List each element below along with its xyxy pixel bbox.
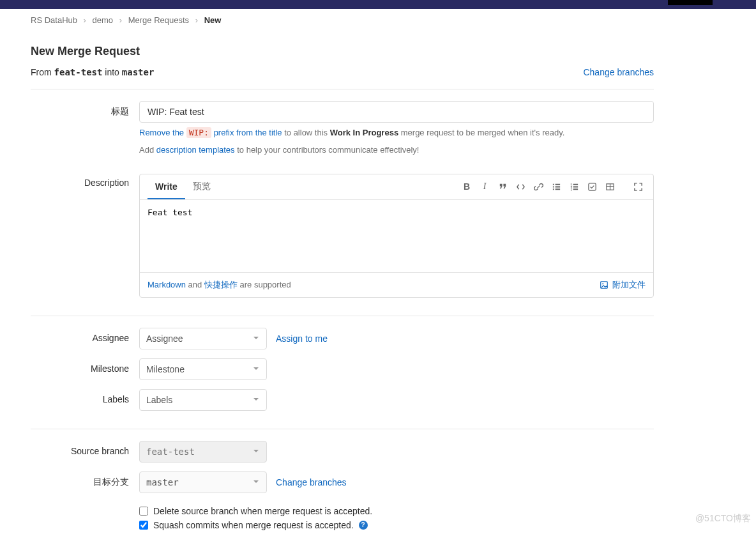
topbar <box>0 0 756 9</box>
link-icon[interactable] <box>531 179 546 194</box>
svg-point-3 <box>602 283 603 284</box>
wip-pre: Remove the <box>139 128 186 137</box>
wip-code: WIP: <box>186 127 211 138</box>
chevron-down-icon <box>252 333 260 344</box>
breadcrumb-item-0[interactable]: RS DataHub <box>31 15 77 25</box>
chevron-down-icon <box>252 395 260 405</box>
numbered-list-icon[interactable] <box>566 179 582 194</box>
divider <box>31 316 654 316</box>
assign-to-me-link[interactable]: Assign to me <box>276 333 328 344</box>
labels-placeholder: Labels <box>146 395 172 405</box>
source-branch-name: feat-test <box>54 67 103 77</box>
branch-summary: From feat-test into master <box>31 67 154 77</box>
chevron-down-icon <box>252 364 260 374</box>
target-branch-value: master <box>146 477 179 487</box>
table-icon[interactable] <box>602 179 617 194</box>
topbar-badge <box>668 0 713 5</box>
tab-write[interactable]: Write <box>147 175 185 199</box>
delete-source-label: Delete source branch when merge request … <box>153 506 372 516</box>
templates-hint: Add description templates to help your c… <box>139 144 654 157</box>
milestone-label: Milestone <box>31 358 139 374</box>
tmpl-post: to help your contributors communicate ef… <box>235 145 420 155</box>
change-branches-link-2[interactable]: Change branches <box>276 477 347 487</box>
and-text: and <box>186 280 204 289</box>
description-label: Description <box>31 172 139 188</box>
description-textarea[interactable] <box>140 200 653 270</box>
attach-label: 附加文件 <box>612 279 646 291</box>
labels-label: Labels <box>31 389 139 404</box>
shortcut-link[interactable]: 快捷操作 <box>204 280 238 289</box>
image-icon <box>600 280 609 289</box>
divider <box>31 429 654 429</box>
breadcrumb-item-2[interactable]: Merge Requests <box>128 15 189 25</box>
watermark: @51CTO博客 <box>695 513 751 525</box>
breadcrumb: RS DataHub › demo › Merge Requests › New <box>31 9 654 31</box>
bold-icon[interactable]: B <box>459 179 474 194</box>
fullscreen-icon[interactable] <box>630 179 646 194</box>
quote-icon[interactable] <box>495 179 510 194</box>
assignee-select[interactable]: Assignee <box>139 328 267 349</box>
task-list-icon[interactable] <box>584 179 600 194</box>
assignee-placeholder: Assignee <box>146 333 183 344</box>
wip-mid: prefix from the title <box>211 128 282 137</box>
tmpl-pre: Add <box>139 145 156 155</box>
source-branch-value: feat-test <box>146 447 195 457</box>
title-input[interactable] <box>139 101 654 123</box>
page-title: New Merge Request <box>31 45 654 58</box>
breadcrumb-sep: › <box>119 15 122 25</box>
breadcrumb-sep: › <box>84 15 86 25</box>
into-label: into <box>105 67 119 77</box>
editor-footer-hint: Markdown and 快捷操作 are supported <box>147 279 291 291</box>
squash-checkbox-row[interactable]: Squash commits when merge request is acc… <box>139 520 654 530</box>
assignee-label: Assignee <box>31 328 139 343</box>
chevron-down-icon <box>252 477 260 487</box>
italic-icon[interactable]: I <box>477 179 492 194</box>
change-branches-link[interactable]: Change branches <box>583 67 654 77</box>
breadcrumb-current: New <box>204 15 222 25</box>
wip-t1: to allow this <box>282 128 330 137</box>
source-branch-select[interactable]: feat-test <box>139 441 267 463</box>
wip-t2: merge request to be merged when it's rea… <box>398 128 564 137</box>
description-editor: Write 预览 B I <box>139 174 654 298</box>
delete-source-checkbox[interactable] <box>139 507 148 516</box>
suffix-text: are supported <box>238 280 291 289</box>
delete-source-checkbox-row[interactable]: Delete source branch when merge request … <box>139 506 654 516</box>
source-branch-label: Source branch <box>31 441 139 456</box>
wip-strong: Work In Progress <box>330 128 398 137</box>
attach-file-button[interactable]: 附加文件 <box>600 279 646 291</box>
empty-label <box>31 502 139 507</box>
tab-preview[interactable]: 预览 <box>185 174 218 200</box>
squash-checkbox[interactable] <box>139 521 148 530</box>
chevron-down-icon <box>252 447 260 457</box>
code-icon[interactable] <box>513 179 528 194</box>
bullet-list-icon[interactable] <box>548 179 564 194</box>
description-templates-link[interactable]: description templates <box>156 145 235 155</box>
target-branch-name: master <box>122 67 155 77</box>
squash-label: Squash commits when merge request is acc… <box>153 520 354 530</box>
breadcrumb-sep: › <box>195 15 198 25</box>
from-label: From <box>31 67 52 77</box>
breadcrumb-item-1[interactable]: demo <box>93 15 114 25</box>
wip-hint: Remove the WIP: prefix from the title to… <box>139 126 654 140</box>
labels-select[interactable]: Labels <box>139 389 267 411</box>
markdown-link[interactable]: Markdown <box>147 280 186 289</box>
info-icon[interactable]: ? <box>359 521 368 530</box>
milestone-placeholder: Milestone <box>146 364 185 374</box>
remove-wip-link[interactable]: Remove the WIP: prefix from the title <box>139 127 282 138</box>
target-branch-label: 目标分支 <box>31 471 139 488</box>
target-branch-select[interactable]: master <box>139 471 267 493</box>
milestone-select[interactable]: Milestone <box>139 358 267 380</box>
title-label: 标题 <box>31 101 139 118</box>
